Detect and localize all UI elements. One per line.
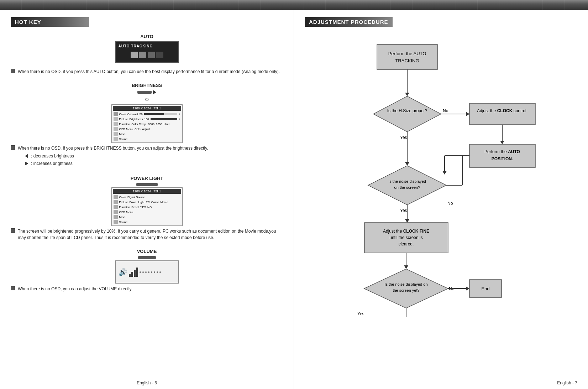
left-page-footer: English - 6 [137, 380, 157, 385]
volume-screen: 🔊 [115, 260, 179, 284]
arrowhead-hsize-clock [466, 112, 469, 116]
power-osd-row-picture: Picture Power Light PC Game Movie [113, 199, 181, 204]
power-light-bar [136, 183, 158, 186]
volume-checkbox [11, 286, 15, 290]
auto-section: AUTO AUTO TRACKING When there is no OSD,… [11, 34, 283, 75]
volume-dot-3 [145, 271, 147, 273]
brightness-sub-increase: : increases brightness [25, 160, 208, 167]
power-light-section: POWER LIGHT 1280 X 1024 75Hz Color Signa… [11, 176, 283, 241]
auto-tracking-screen-label: AUTO TRACKING [119, 44, 153, 48]
power-desc-text: The screen will be brightened progressiv… [18, 228, 283, 241]
arrowhead-auto-noise1 [442, 171, 447, 175]
power-osd-row-color: Color Signal Source [113, 194, 181, 199]
perform-auto-text-1: Perform the AUTO [484, 149, 520, 154]
clock-fine-text-3: cleared. [399, 242, 414, 247]
left-page: HOT KEY AUTO AUTO TRACKING When ther [0, 10, 294, 389]
volume-bar-1 [129, 274, 131, 277]
decrease-brightness-text: : decreases brightness [31, 153, 74, 159]
flowchart-svg: Perform the AUTO TRACKING Is the H.Size … [334, 37, 548, 319]
right-arrow-icon [25, 161, 28, 166]
no1-label: No [443, 108, 448, 113]
brightness-sub-decrease: : decreases brightness [25, 153, 208, 159]
volume-dots-group [140, 271, 161, 273]
start-text-1: Perform the AUTO [388, 51, 426, 56]
arrowhead-start-hsize [405, 93, 409, 96]
arrowhead-clock-auto [500, 141, 504, 144]
adjust-clock-box [469, 103, 535, 125]
yes2-label: Yes [400, 208, 407, 213]
volume-desc: When there is no OSD, you can adjust the… [11, 286, 283, 292]
volume-speaker-icon: 🔊 [119, 268, 127, 276]
volume-label: VOLUME [11, 249, 283, 254]
volume-section: VOLUME 🔊 [11, 249, 283, 292]
brightness-label: BRIGHTNESS [11, 83, 283, 88]
hot-key-header: HOT KEY [11, 17, 89, 27]
arrowhead-fine-noise2 [404, 265, 408, 269]
perform-auto-box [469, 144, 535, 167]
auto-tracking-bars [131, 52, 163, 58]
no2-label: No [447, 201, 453, 206]
volume-dot-4 [148, 271, 149, 273]
volume-desc-text: When there is no OSD, you can adjust the… [18, 286, 132, 292]
adjustment-procedure-header: ADJUSTMENT PROCEDURE [305, 17, 393, 27]
volume-bar-3 [134, 270, 136, 277]
yes1-label: Yes [400, 135, 407, 140]
auto-label: AUTO [11, 34, 283, 39]
power-light-desc: The screen will be brightened progressiv… [11, 228, 283, 241]
osd-title: 1280 X 1024 75Hz [113, 106, 181, 111]
adjust-clock-text-1: Adjust the CLOCK control. [477, 108, 527, 113]
end-text: End [481, 286, 489, 291]
auto-tracking-screen: AUTO TRACKING [115, 41, 179, 63]
osd-row-color: Color Contrast 50 + [113, 111, 181, 116]
yes3-label: Yes [357, 311, 364, 316]
power-osd-title: 1280 X 1024 75Hz [113, 189, 181, 194]
osd-row-picture: Picture Brightness 100 + [113, 116, 181, 121]
left-arrow-icon [25, 154, 28, 158]
noise1-text-2: on the screen? [394, 185, 420, 190]
power-osd-row-misc: Misc. [113, 214, 181, 219]
power-osd-row-function: Function Reset YES NO [113, 204, 181, 209]
right-page: ADJUSTMENT PROCEDURE Perform the AUTO TR… [294, 10, 588, 389]
power-light-osd-mock: 1280 X 1024 75Hz Color Signal Source Pic… [111, 187, 183, 226]
osd-row-misc: Misc. [113, 131, 181, 136]
hsize-text-1: Is the H.Size proper? [387, 108, 427, 113]
volume-bar-group [129, 268, 138, 277]
auto-checkbox [11, 69, 15, 73]
volume-dot-6 [154, 271, 155, 273]
noise2-text-1: Is the noise displayed on [384, 282, 427, 286]
start-box [377, 45, 437, 69]
clock-fine-text-1: Adjust the CLOCK FINE [383, 229, 429, 234]
volume-indicator-bar [138, 256, 156, 259]
volume-dot-8 [159, 271, 161, 273]
brightness-section: BRIGHTNESS ☼ 1280 X 1024 75Hz Color Cont… [11, 83, 283, 168]
brightness-osd-mock: 1280 X 1024 75Hz Color Contrast 50 + Pic… [111, 104, 183, 143]
volume-bar-4 [136, 268, 138, 277]
arrowhead-noise1-fine [405, 219, 409, 223]
osd-row-sound: Sound [113, 136, 181, 141]
right-page-footer: English - 7 [557, 380, 577, 385]
power-checkbox [11, 228, 15, 233]
auto-desc: When there is no OSD, if you press this … [11, 68, 283, 75]
top-decorative-bar [0, 0, 588, 10]
brightness-main-desc: When there is no OSD, if you press this … [18, 145, 208, 151]
osd-row-osdmenu: OSD Menu Color Adjust [113, 126, 181, 131]
volume-dot-5 [151, 271, 152, 273]
volume-dot-1 [140, 271, 141, 273]
noise1-text-1: Is the noise displayed [388, 179, 426, 183]
osd-row-function: Function Color Temp. 9300 6550 User [113, 121, 181, 126]
volume-bar-2 [131, 272, 133, 277]
arrowhead-hsize-noise1 [405, 162, 409, 166]
start-text-2: TRACKING [395, 58, 419, 63]
power-light-label: POWER LIGHT [11, 176, 283, 181]
power-osd-row-osdmenu: OSD Menu [113, 209, 181, 214]
power-osd-row-sound: Sound [113, 219, 181, 224]
brightness-desc: When there is no OSD, if you press this … [11, 145, 283, 168]
volume-dot-7 [157, 271, 158, 273]
perform-auto-text-2: POSITION. [492, 156, 513, 161]
hsize-diamond [373, 96, 441, 132]
volume-dot-2 [142, 271, 144, 273]
noise2-text-2: the screen yet? [393, 288, 419, 292]
arrowhead-noise2-end [466, 286, 469, 291]
brightness-sun-icon: ☼ [11, 96, 283, 102]
brightness-checkbox [11, 145, 15, 150]
